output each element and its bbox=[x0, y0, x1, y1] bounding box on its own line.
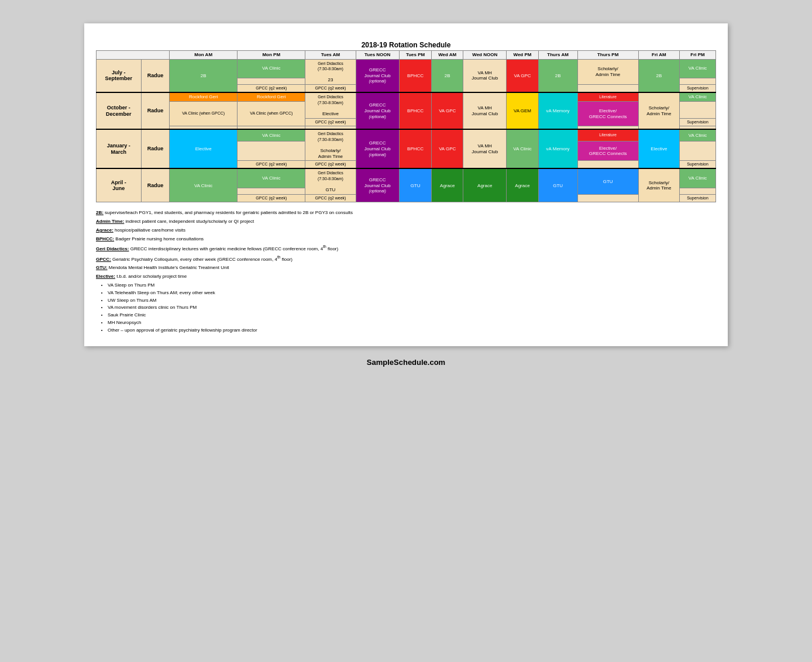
header-wed-noon: Wed NOON bbox=[463, 51, 507, 60]
mon-pm-bot: GPCC (q2 week) bbox=[238, 84, 305, 92]
fri-pm-bot: Supervision bbox=[679, 118, 715, 126]
tues-am-bot: GPCC (q2 week) bbox=[305, 84, 356, 92]
fri-am-cell: Scholarly/Admin Time bbox=[638, 92, 679, 129]
trainer-label: Radue bbox=[141, 129, 169, 168]
table-row: April -June Radue VA Clinic VA Clinic Ge… bbox=[97, 168, 716, 188]
header-fri-pm: Fri PM bbox=[679, 51, 715, 60]
thurs-pm-cell: Scholarly/Admin Time bbox=[577, 59, 638, 84]
wed-pm-cell: VA GEM bbox=[507, 92, 538, 129]
thurs-pm-mid: Elective/GRECC Connects bbox=[577, 101, 638, 126]
mon-pm-mid bbox=[238, 142, 305, 161]
legend-elective: Elective: t.b.d. and/or scholarly projec… bbox=[96, 273, 716, 281]
legend-geri: Geri Didactics: GRECC interdisciplinary … bbox=[96, 244, 716, 253]
mon-pm-mid bbox=[238, 78, 305, 84]
thurs-am-cell: GTU bbox=[538, 168, 577, 202]
tues-noon-cell: GRECCJournal Club(optional) bbox=[356, 168, 399, 202]
wed-am-cell: VA GPC bbox=[432, 92, 463, 129]
thurs-am-cell: vA Memory bbox=[538, 129, 577, 168]
mon-am-cell: Rockford Geri bbox=[170, 92, 238, 101]
mon-am-cell: 2B bbox=[170, 59, 238, 92]
fri-pm-mid bbox=[679, 78, 715, 84]
wed-am-cell: 2B bbox=[432, 59, 463, 92]
header-tues-pm: Tues PM bbox=[399, 51, 432, 60]
fri-pm-bot: Supervision bbox=[679, 161, 715, 169]
fri-pm-mid bbox=[679, 188, 715, 194]
mon-pm-cell: VA Clinic bbox=[238, 59, 305, 78]
mon-pm-cell: Rockford Geri bbox=[238, 92, 305, 101]
elective-item: VA Telehealth Sleep on Thurs AM; every o… bbox=[108, 289, 716, 297]
page-container: 2018-19 Rotation Schedule Mon AM Mon PM … bbox=[84, 23, 728, 346]
table-row: October -December Radue Rockford Geri Ro… bbox=[97, 92, 716, 101]
schedule-title: 2018-19 Rotation Schedule bbox=[96, 41, 716, 49]
fri-pm-mid bbox=[679, 142, 715, 161]
header-thurs-pm: Thurs PM bbox=[577, 51, 638, 60]
tues-noon-cell: GRECCJournal Club(optional) bbox=[356, 129, 399, 168]
header-period bbox=[97, 51, 170, 60]
tues-am-cell: Geri Didactics(7:30-8:30am) GTU bbox=[305, 168, 356, 194]
fri-pm-cell: VA Clinic bbox=[679, 92, 715, 101]
wed-pm-cell: VA Clinic bbox=[507, 129, 538, 168]
table-row: July -September Radue 2B VA Clinic Geri … bbox=[97, 59, 716, 78]
period-label: July -September bbox=[97, 59, 142, 92]
mon-am-cell: VA Clinic bbox=[170, 168, 238, 202]
thurs-pm-bot bbox=[577, 84, 638, 92]
header-thurs-am: Thurs AM bbox=[538, 51, 577, 60]
tues-pm-cell: BPHCC bbox=[399, 129, 432, 168]
wed-noon-cell: VA MHJournal Club bbox=[463, 92, 507, 129]
tues-pm-cell: GTU bbox=[399, 168, 432, 202]
mon-pm-cell: VA Clinic bbox=[238, 129, 305, 142]
tues-am-cell: Geri Didactics(7:30-8:30am) Scholarly/Ad… bbox=[305, 129, 356, 160]
wed-am-cell: VA GPC bbox=[432, 129, 463, 168]
fri-am-cell: Scholarly/Admin Time bbox=[638, 168, 679, 202]
mon-pm-cell: VA Clinic bbox=[238, 168, 305, 188]
trainer-label: Radue bbox=[141, 92, 169, 129]
thurs-am-cell: vA Memory bbox=[538, 92, 577, 129]
fri-pm-mid bbox=[679, 101, 715, 118]
rotation-table: Mon AM Mon PM Tues AM Tues NOON Tues PM … bbox=[96, 50, 716, 202]
fri-am-cell: Elective bbox=[638, 129, 679, 168]
fri-pm-top: VA Clinic bbox=[679, 59, 715, 78]
period-label: April -June bbox=[97, 168, 142, 202]
wed-pm-cell: VA GPC bbox=[507, 59, 538, 92]
legend-2b: 2B: supervise/teach PGY1, med students, … bbox=[96, 209, 716, 217]
thurs-pm-top: Literature bbox=[577, 129, 638, 142]
mon-am-cell: Elective bbox=[170, 129, 238, 168]
mon-pm-bot: GPCC (q2 week) bbox=[238, 161, 305, 169]
elective-item: VA Sleep on Thurs PM bbox=[108, 282, 716, 289]
fri-am-cell: 2B bbox=[638, 59, 679, 92]
trainer-label: Radue bbox=[141, 168, 169, 202]
mon-pm-mid bbox=[238, 188, 305, 194]
header-tues-noon: Tues NOON bbox=[356, 51, 399, 60]
elective-list: VA Sleep on Thurs PM VA Telehealth Sleep… bbox=[108, 282, 716, 335]
fri-pm-top: VA Clinic bbox=[679, 129, 715, 142]
elective-item: MH Neuropsych bbox=[108, 319, 716, 327]
header-wed-am: Wed AM bbox=[432, 51, 463, 60]
elective-item: Sauk Prairie Clinic bbox=[108, 312, 716, 319]
elective-item: UW Sleep on Thurs AM bbox=[108, 297, 716, 305]
mon-pm-mid: VA Clinic (when GPCC) bbox=[238, 101, 305, 126]
tues-pm-cell: BPHCC bbox=[399, 59, 432, 92]
tues-am-bot: GPCC (q2 week) bbox=[305, 194, 356, 202]
header-wed-pm: Wed PM bbox=[507, 51, 538, 60]
fri-pm-top: VA Clinic bbox=[679, 168, 715, 188]
tues-am-bot: GPCC (q2 week) bbox=[305, 161, 356, 169]
tues-noon-cell: GRECCJournal Club(optional) bbox=[356, 59, 399, 92]
tues-am-cell: Geri Didactics(7:30-8:30am) Elective bbox=[305, 92, 356, 118]
elective-item: Other – upon approval of geriatric psych… bbox=[108, 327, 716, 335]
table-row: January -March Radue Elective VA Clinic … bbox=[97, 129, 716, 142]
legend-admin: Admin Time: indirect patient care, indep… bbox=[96, 218, 716, 226]
period-label: October -December bbox=[97, 92, 142, 129]
mon-pm-bot: GPCC (q2 week) bbox=[238, 194, 305, 202]
legend-gpcc: GPCC: Geriatric Psychiatry Colloquium, e… bbox=[96, 254, 716, 263]
wed-noon-cell: VA MHJournal Club bbox=[463, 59, 507, 92]
header-mon-pm: Mon PM bbox=[238, 51, 305, 60]
thurs-pm-bot bbox=[577, 161, 638, 169]
fri-pm-bot: Supervision bbox=[679, 84, 715, 92]
thurs-am-cell: 2B bbox=[538, 59, 577, 92]
wed-pm-cell: Agrace bbox=[507, 168, 538, 202]
tues-pm-cell: BPHCC bbox=[399, 92, 432, 129]
tues-am-cell: Geri Didactics(7:30-8:30am) 23 bbox=[305, 59, 356, 84]
wed-noon-cell: VA MHJournal Club bbox=[463, 129, 507, 168]
legend-section: 2B: supervise/teach PGY1, med students, … bbox=[96, 209, 716, 334]
period-label: January -March bbox=[97, 129, 142, 168]
